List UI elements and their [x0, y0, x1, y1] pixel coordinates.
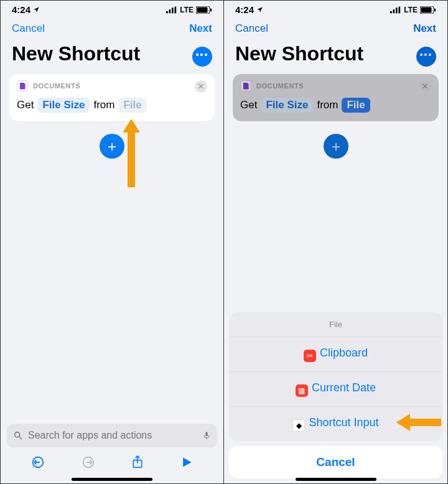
action-card: DOCUMENTS ✕ Get File Size from File	[9, 74, 215, 121]
signal-icon	[390, 6, 401, 14]
add-action-button[interactable]: ＋	[100, 134, 124, 159]
cancel-button[interactable]: Cancel	[12, 22, 45, 35]
ellipsis-icon: •••	[196, 50, 209, 59]
sheet-item-label: Shortcut Input	[309, 416, 378, 429]
next-button[interactable]: Next	[413, 22, 436, 35]
page-title: New Shortcut	[224, 39, 375, 74]
action-word-get: Get	[240, 99, 257, 111]
action-category: DOCUMENTS	[256, 82, 304, 90]
cancel-button[interactable]: Cancel	[235, 22, 268, 35]
next-button[interactable]: Next	[189, 22, 212, 35]
more-button[interactable]: •••	[416, 47, 436, 67]
svg-rect-16	[396, 7, 398, 13]
svg-rect-20	[434, 8, 436, 11]
calendar-icon: ▦	[296, 384, 308, 397]
undo-button[interactable]	[31, 455, 45, 469]
attribute-token[interactable]: File Size	[261, 98, 313, 113]
status-carrier: LTE	[180, 6, 194, 14]
documents-app-icon	[240, 80, 251, 91]
sheet-cancel-button[interactable]: Cancel	[229, 446, 442, 478]
plus-icon: ＋	[329, 139, 343, 154]
annotation-arrow-up	[123, 119, 140, 187]
sheet-item-label: Current Date	[312, 381, 376, 394]
run-button[interactable]	[180, 456, 193, 468]
battery-icon	[420, 6, 436, 14]
redo-button[interactable]	[82, 455, 95, 469]
status-bar: 4:24 LTE	[1, 1, 223, 16]
svg-rect-19	[421, 7, 432, 12]
action-sheet: File ✂Clipboard ▦Current Date ◆Shortcut …	[229, 312, 442, 478]
remove-action-button[interactable]: ✕	[419, 80, 431, 93]
svg-rect-1	[169, 9, 171, 13]
ellipsis-icon: •••	[420, 50, 433, 59]
search-icon	[13, 430, 23, 440]
action-word-from: from	[93, 99, 114, 111]
search-bar[interactable]	[7, 424, 217, 447]
svg-rect-15	[393, 9, 395, 13]
source-token[interactable]: File	[118, 98, 146, 113]
status-time: 4:24	[235, 4, 254, 15]
attribute-token[interactable]: File Size	[37, 98, 90, 113]
mic-icon[interactable]	[202, 430, 211, 441]
nav-bar: Cancel Next	[224, 16, 447, 39]
status-time: 4:24	[12, 4, 30, 15]
layers-icon: ◆	[292, 419, 305, 432]
documents-app-icon	[17, 80, 28, 91]
location-icon	[33, 6, 40, 13]
svg-rect-5	[197, 7, 208, 12]
add-action-button[interactable]: ＋	[324, 134, 348, 159]
action-category: DOCUMENTS	[33, 82, 80, 90]
share-button[interactable]	[131, 455, 144, 470]
home-indicator	[72, 478, 152, 481]
remove-action-button[interactable]: ✕	[195, 80, 207, 93]
action-card: DOCUMENTS ✕ Get File Size from File	[233, 74, 439, 121]
svg-rect-9	[205, 432, 208, 436]
action-word-get: Get	[17, 99, 34, 111]
plus-icon: ＋	[105, 139, 119, 154]
sheet-item-current-date[interactable]: ▦Current Date	[229, 371, 442, 406]
svg-rect-0	[166, 11, 168, 13]
status-carrier: LTE	[404, 6, 418, 14]
location-icon	[256, 6, 263, 13]
sheet-title: File	[229, 312, 442, 337]
svg-line-8	[19, 437, 22, 439]
svg-rect-2	[172, 7, 174, 13]
svg-rect-3	[175, 6, 177, 13]
page-title: New Shortcut	[1, 39, 151, 74]
more-button[interactable]: •••	[192, 47, 212, 67]
svg-rect-14	[390, 11, 392, 13]
search-input[interactable]	[28, 430, 197, 441]
scissors-icon: ✂	[304, 350, 316, 362]
svg-point-7	[15, 432, 20, 437]
battery-icon	[196, 6, 212, 14]
status-bar: 4:24 LTE	[224, 1, 447, 16]
home-indicator	[296, 478, 376, 481]
sheet-item-label: Clipboard	[320, 347, 368, 359]
sheet-item-shortcut-input[interactable]: ◆Shortcut Input	[229, 406, 442, 441]
nav-bar: Cancel Next	[1, 16, 223, 39]
sheet-item-clipboard[interactable]: ✂Clipboard	[229, 337, 442, 371]
signal-icon	[166, 6, 177, 14]
svg-rect-17	[399, 6, 401, 13]
svg-rect-6	[210, 8, 212, 11]
bottom-toolbar	[1, 450, 223, 475]
source-token-selected[interactable]: File	[342, 98, 370, 113]
action-word-from: from	[317, 99, 338, 111]
